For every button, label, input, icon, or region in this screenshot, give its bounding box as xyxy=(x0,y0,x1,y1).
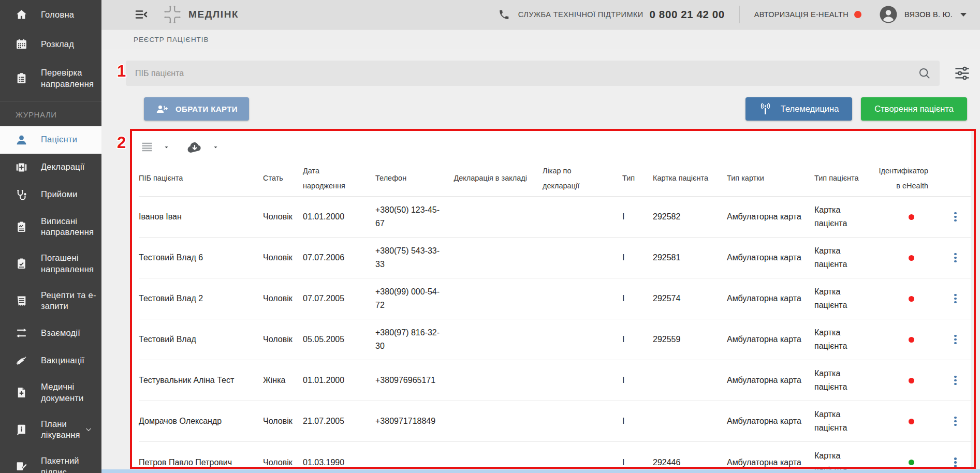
cell-type: І xyxy=(622,442,653,473)
cell-doctor xyxy=(543,442,622,473)
sidebar-item-home[interactable]: Головна xyxy=(0,0,101,29)
document-plus-icon xyxy=(14,386,28,399)
ehealth-status-dot xyxy=(909,255,914,261)
sidebar-item-issued-referrals[interactable]: Виписані направлення xyxy=(0,209,101,246)
table-row[interactable]: Іванов ІванЧоловік01.01.2000+380(50) 123… xyxy=(139,197,971,238)
sidebar-item-label: Погашені направлення xyxy=(41,253,96,275)
sidebar-item-appointments[interactable]: Прийоми xyxy=(0,181,101,209)
sidebar-item-label: Вакцинації xyxy=(41,355,84,366)
cell-name: Петров Павло Петрович xyxy=(139,442,263,473)
table-row[interactable]: Домрачов ОлександрЧоловік21.07.2005+3809… xyxy=(139,401,971,442)
user-name[interactable]: ВЯЗОВ В. Ю. xyxy=(904,10,953,19)
sidebar-item-batch-signature[interactable]: Пакетний підпис xyxy=(0,448,101,473)
table-menu-icon[interactable] xyxy=(139,140,155,154)
table-row[interactable]: Тестовий ВладЧоловік05.05.2005+380(97) 8… xyxy=(139,319,971,360)
cell-card_type: Амбулаторна карта xyxy=(727,319,814,360)
patient-icon xyxy=(14,134,28,146)
row-actions-button[interactable] xyxy=(951,332,960,348)
cell-ehealth-status xyxy=(884,360,944,401)
cell-patient_type: Картка пацієнта xyxy=(814,401,884,441)
table-row[interactable]: Тестовий Влад 2Чоловік07.07.2005+380(99)… xyxy=(139,278,971,319)
sidebar-item-medical-documents[interactable]: Медичні документи xyxy=(0,374,101,411)
chevron-down-icon[interactable] xyxy=(960,13,967,17)
search-input[interactable] xyxy=(126,61,940,86)
sidebar-item-schedule[interactable]: Розклад xyxy=(0,29,101,59)
header-divider xyxy=(739,6,740,23)
cell-doctor xyxy=(543,197,622,237)
cell-dob: 01.03.1990 xyxy=(303,442,375,473)
cell-declaration xyxy=(453,197,543,237)
cell-type: І xyxy=(622,278,653,319)
filter-icon[interactable] xyxy=(954,65,971,82)
cell-name: Домрачов Олександр xyxy=(139,401,263,441)
sidebar-item-label: Перевірка направлення xyxy=(41,67,96,90)
cell-type: І xyxy=(622,360,653,401)
main-area: МЕДЛІНК СЛУЖБА ТЕХНІЧНОЇ ПІДТРИМКИ 0 800… xyxy=(101,0,980,473)
cell-card_type: Амбулаторна карта xyxy=(727,442,814,473)
export-caret-icon[interactable] xyxy=(211,143,220,152)
sidebar-item-label: Пакетний підпис xyxy=(41,455,96,473)
cell-gender: Чоловік xyxy=(263,238,303,278)
table-menu-caret-icon[interactable] xyxy=(162,143,171,152)
table-row[interactable]: Тестувальник Аліна ТестЖінка01.01.2000+3… xyxy=(139,360,971,401)
declaration-icon xyxy=(14,161,28,174)
table-row[interactable]: Тестовий Влад 6Чоловік07.07.2006+380(75)… xyxy=(139,238,971,278)
sidebar: ГоловнаРозкладПеревірка направлення ЖУРН… xyxy=(0,0,101,473)
sidebar-item-label: Рецепти та е-запити xyxy=(41,290,96,313)
column-header-1: Стать xyxy=(263,160,303,196)
top-header: МЕДЛІНК СЛУЖБА ТЕХНІЧНОЇ ПІДТРИМКИ 0 800… xyxy=(101,0,980,29)
header-right-group: СЛУЖБА ТЕХНІЧНОЇ ПІДТРИМКИ 0 800 21 42 0… xyxy=(498,5,967,24)
horizontal-scrollbar[interactable] xyxy=(101,469,980,473)
telemedicine-button[interactable]: Телемедицина xyxy=(745,97,853,121)
sidebar-item-interactions[interactable]: Взаємодії xyxy=(0,319,101,347)
cell-patient_type: Картка пацієнта xyxy=(814,278,884,319)
cell-ehealth-status xyxy=(884,238,944,278)
cell-card_number: 292574 xyxy=(653,278,727,319)
avatar[interactable] xyxy=(879,5,898,24)
column-header-5: Лікар по декларації xyxy=(543,160,622,196)
sidebar-item-label: Прийоми xyxy=(41,189,78,200)
sidebar-item-declarations[interactable]: Декларації xyxy=(0,154,101,181)
table-row[interactable]: Петров Павло ПетровичЧоловік01.03.1990І2… xyxy=(139,442,971,473)
sidebar-collapse-icon[interactable] xyxy=(134,7,149,22)
row-actions-button[interactable] xyxy=(951,454,960,470)
row-actions-button[interactable] xyxy=(951,413,960,430)
column-header-7: Картка пацієнта xyxy=(653,160,727,196)
cell-type: І xyxy=(622,197,653,237)
row-actions-button[interactable] xyxy=(951,250,960,266)
cell-actions xyxy=(944,238,971,278)
column-header-9: Тип пацієнта xyxy=(814,160,884,196)
sidebar-item-redeemed-referrals[interactable]: Погашені направлення xyxy=(0,245,101,283)
cell-gender: Чоловік xyxy=(263,319,303,360)
sidebar-top-nav: ГоловнаРозкладПеревірка направлення xyxy=(0,0,101,98)
sidebar-item-referral-check[interactable]: Перевірка направлення xyxy=(0,59,101,98)
row-actions-button[interactable] xyxy=(951,373,960,389)
cell-actions xyxy=(944,319,971,360)
cell-patient_type: Картка пацієнта xyxy=(814,319,884,360)
cell-doctor xyxy=(543,401,622,441)
ehealth-auth-label[interactable]: АВТОРИЗАЦІЯ E-HEALTH xyxy=(754,10,849,19)
cell-card_type: Амбулаторна карта xyxy=(727,401,814,441)
sidebar-item-treatment-plans[interactable]: Плани лікування xyxy=(0,411,101,449)
export-download-icon[interactable] xyxy=(185,139,204,155)
search-icon[interactable] xyxy=(917,66,931,80)
sidebar-item-label: Взаємодії xyxy=(41,328,80,339)
sidebar-item-patients[interactable]: Пацієнти xyxy=(0,126,101,154)
cell-dob: 07.07.2005 xyxy=(303,278,375,319)
row-actions-button[interactable] xyxy=(951,209,960,225)
create-patient-button[interactable]: Створення пацієнта xyxy=(861,97,967,121)
cell-declaration xyxy=(453,278,543,319)
cell-declaration xyxy=(453,401,543,441)
sidebar-item-prescriptions[interactable]: Рецепти та е-запити xyxy=(0,283,101,320)
calendar-icon xyxy=(14,38,28,51)
column-header-8: Тип картки xyxy=(727,160,814,196)
ehealth-status-dot xyxy=(909,337,914,343)
chevron-down-icon[interactable] xyxy=(85,426,92,433)
cell-patient_type: Картка пацієнта xyxy=(814,238,884,278)
cell-dob: 05.05.2005 xyxy=(303,319,375,360)
sidebar-item-vaccinations[interactable]: Вакцинації xyxy=(0,347,101,374)
select-cards-button[interactable]: ОБРАТИ КАРТИ xyxy=(144,97,249,121)
sidebar-item-label: Головна xyxy=(41,9,74,21)
row-actions-button[interactable] xyxy=(951,291,960,307)
clipboard-check-icon xyxy=(14,257,28,270)
